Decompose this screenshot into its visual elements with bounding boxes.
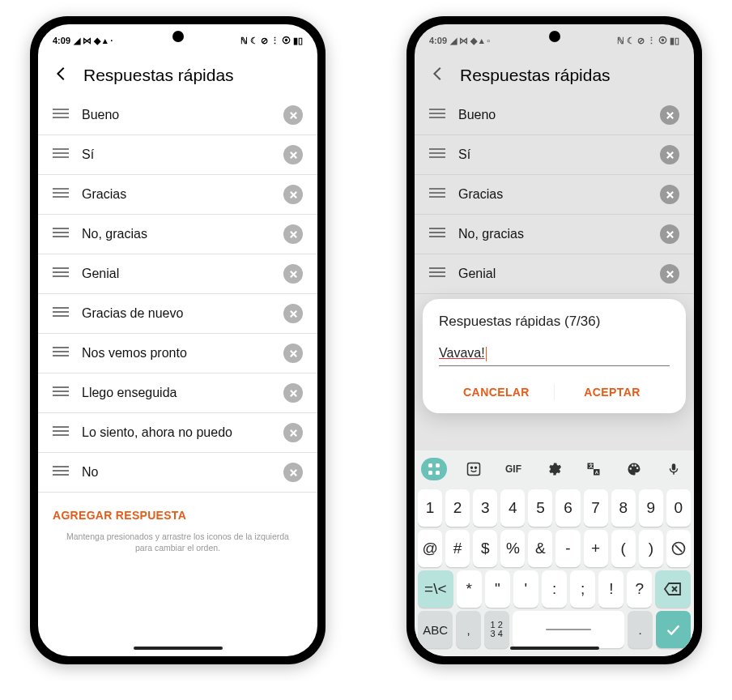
palette-icon[interactable] — [620, 457, 648, 481]
delete-button[interactable] — [660, 105, 679, 125]
key[interactable]: @ — [418, 530, 442, 567]
keyboard-app-icon[interactable] — [421, 458, 447, 480]
key[interactable]: 7 — [584, 489, 608, 527]
key[interactable]: : — [542, 570, 567, 608]
mic-icon[interactable] — [660, 457, 687, 481]
delete-button[interactable] — [660, 264, 679, 284]
sticker-icon[interactable] — [460, 457, 487, 481]
home-indicator[interactable] — [510, 647, 599, 650]
key[interactable]: ? — [627, 570, 652, 608]
delete-button[interactable] — [283, 423, 303, 442]
list-item[interactable]: No — [38, 453, 317, 493]
delete-button[interactable] — [283, 185, 303, 204]
list-item[interactable]: No, gracias — [415, 215, 694, 254]
delete-button[interactable] — [283, 463, 303, 482]
key[interactable]: , — [456, 611, 481, 648]
key[interactable]: 0 — [666, 489, 691, 527]
key[interactable]: ABC — [418, 611, 453, 648]
drag-handle-icon[interactable] — [53, 306, 69, 321]
key[interactable]: " — [485, 570, 510, 608]
delete-button[interactable] — [660, 185, 679, 204]
list-item[interactable]: Genial — [38, 254, 317, 294]
delete-button[interactable] — [660, 145, 679, 164]
numpad-key[interactable]: 1 2 3 4 — [484, 611, 509, 648]
list-item[interactable]: Sí — [38, 135, 317, 175]
list-item[interactable]: Bueno — [38, 96, 317, 135]
drag-handle-icon[interactable] — [53, 346, 69, 361]
list-item[interactable]: Gracias — [38, 175, 317, 215]
key[interactable]: 3 — [473, 489, 497, 527]
key[interactable]: % — [500, 530, 525, 567]
list-item[interactable]: Sí — [415, 135, 694, 175]
drag-handle-icon[interactable] — [53, 227, 69, 241]
key[interactable]: - — [555, 530, 580, 567]
key[interactable]: ; — [570, 570, 595, 608]
key[interactable] — [666, 530, 691, 567]
delete-button[interactable] — [283, 344, 303, 363]
key[interactable]: 4 — [500, 489, 525, 527]
key[interactable]: * — [457, 570, 482, 608]
key[interactable]: 5 — [528, 489, 552, 527]
drag-handle-icon[interactable] — [429, 108, 445, 122]
drag-handle-icon[interactable] — [429, 267, 445, 281]
dialog-input[interactable]: Vavava! — [439, 344, 670, 366]
drag-handle-icon[interactable] — [429, 187, 445, 202]
drag-handle-icon[interactable] — [53, 147, 69, 162]
key[interactable]: . — [628, 611, 653, 648]
list-item[interactable]: Gracias de nuevo — [38, 294, 317, 334]
list-item[interactable]: Nos vemos pronto — [38, 334, 317, 373]
key[interactable]: + — [584, 530, 608, 567]
drag-handle-icon[interactable] — [53, 267, 69, 281]
gif-button[interactable]: GIF — [500, 457, 527, 481]
list-item[interactable]: Genial — [415, 254, 694, 294]
accept-button[interactable]: ACEPTAR — [555, 378, 670, 407]
list-item[interactable]: Llego enseguida — [38, 373, 317, 413]
key[interactable]: 8 — [611, 489, 636, 527]
delete-button[interactable] — [283, 383, 303, 403]
key[interactable]: 2 — [445, 489, 470, 527]
cancel-button[interactable]: CANCELAR — [439, 378, 554, 407]
page-title: Respuestas rápidas — [83, 66, 234, 85]
key[interactable]: 1 — [418, 489, 442, 527]
dialog-buttons: CANCELAR ACEPTAR — [439, 378, 670, 407]
backspace-key[interactable] — [655, 570, 691, 608]
enter-key[interactable] — [656, 611, 691, 648]
key[interactable]: ' — [513, 570, 538, 608]
back-button[interactable] — [429, 65, 447, 86]
drag-handle-icon[interactable] — [53, 425, 69, 440]
reply-label: No, gracias — [82, 227, 270, 241]
status-icons-left: ◢ ⋈ ◆ ▴ · — [74, 36, 113, 46]
delete-button[interactable] — [283, 264, 303, 284]
drag-handle-icon[interactable] — [53, 386, 69, 400]
list-item[interactable]: No, gracias — [38, 215, 317, 254]
delete-button[interactable] — [283, 145, 303, 164]
drag-handle-icon[interactable] — [53, 465, 69, 480]
reply-label: Gracias de nuevo — [82, 306, 270, 321]
key[interactable]: ! — [598, 570, 623, 608]
key[interactable]: ) — [639, 530, 663, 567]
list-item[interactable]: Gracias — [415, 175, 694, 215]
settings-icon[interactable] — [540, 457, 568, 481]
delete-button[interactable] — [660, 224, 679, 244]
delete-button[interactable] — [283, 224, 303, 244]
translate-icon[interactable]: 文A — [580, 457, 607, 481]
list-item[interactable]: Bueno — [415, 96, 694, 135]
delete-button[interactable] — [283, 105, 303, 125]
key[interactable]: ( — [611, 530, 636, 567]
add-response-button[interactable]: AGREGAR RESPUESTA — [38, 493, 317, 530]
key[interactable]: 9 — [639, 489, 663, 527]
key[interactable]: $ — [473, 530, 497, 567]
drag-handle-icon[interactable] — [53, 108, 69, 122]
back-button[interactable] — [53, 65, 70, 86]
drag-handle-icon[interactable] — [429, 147, 445, 162]
delete-button[interactable] — [283, 304, 303, 323]
key[interactable]: 6 — [555, 489, 580, 527]
key[interactable]: # — [445, 530, 470, 567]
drag-handle-icon[interactable] — [53, 187, 69, 202]
home-indicator[interactable] — [134, 647, 223, 650]
list-item[interactable]: Lo siento, ahora no puedo — [38, 413, 317, 453]
key[interactable]: & — [528, 530, 552, 567]
space-key[interactable] — [513, 611, 625, 648]
drag-handle-icon[interactable] — [429, 227, 445, 241]
key[interactable]: =\< — [418, 570, 453, 608]
